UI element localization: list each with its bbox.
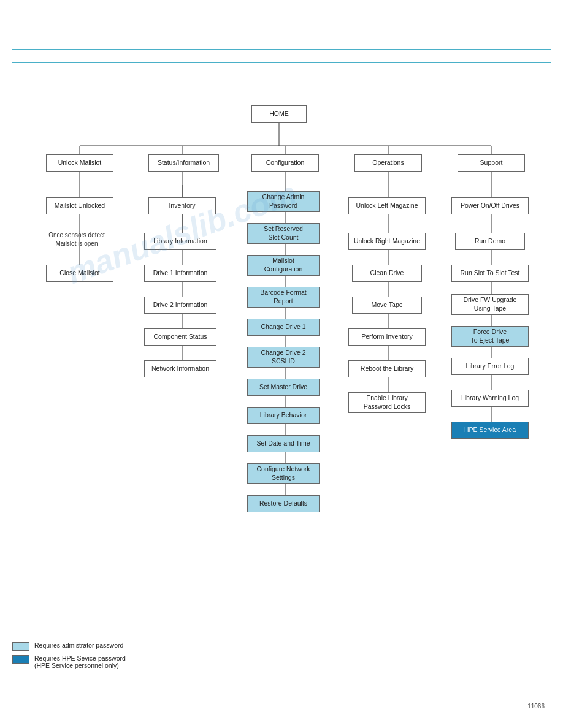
node-library-behavior: Library Behavior bbox=[247, 407, 320, 424]
page-container: manualslib.com bbox=[0, 0, 563, 728]
node-network-information: Network Information bbox=[144, 360, 216, 377]
node-run-slot-to-slot-test: Run Slot To Slot Test bbox=[451, 265, 529, 282]
node-clean-drive: Clean Drive bbox=[352, 265, 422, 282]
node-drive2-information: Drive 2 Information bbox=[144, 297, 216, 314]
top-decorative-line bbox=[12, 49, 551, 50]
node-status-info: Status/Information bbox=[148, 154, 219, 172]
node-power-on-off-drives: Power On/Off Drives bbox=[451, 197, 529, 214]
legend-service: Requires HPE Sevice password (HPE Servic… bbox=[12, 654, 126, 669]
node-move-tape: Move Tape bbox=[352, 297, 422, 314]
node-unlock-mailslot: Unlock Mailslot bbox=[46, 154, 113, 172]
page-number: 11066 bbox=[527, 703, 545, 710]
node-unlock-left-magazine: Unlock Left Magazine bbox=[348, 197, 426, 214]
node-component-status: Component Status bbox=[144, 328, 216, 346]
legend-box-admin bbox=[12, 642, 29, 651]
node-mailslot-unlocked: Mailslot Unlocked bbox=[46, 197, 113, 214]
node-set-date-time: Set Date and Time bbox=[247, 435, 320, 452]
node-perform-inventory: Perform Inventory bbox=[348, 328, 426, 346]
legend-box-service bbox=[12, 655, 29, 664]
node-drive-fw-upgrade: Drive FW Upgrade Using Tape bbox=[451, 294, 529, 315]
node-restore-defaults: Restore Defaults bbox=[247, 495, 320, 512]
node-sensors-note: Once sensors detect Mailslot is open bbox=[36, 231, 118, 248]
sub-decorative-line bbox=[12, 58, 233, 58]
node-change-drive2-scsi: Change Drive 2 SCSI ID bbox=[247, 347, 320, 368]
node-configuration: Configuration bbox=[251, 154, 319, 172]
legend: Requires admistrator password Requires H… bbox=[12, 642, 126, 673]
node-reboot-library: Reboot the Library bbox=[348, 360, 426, 377]
node-barcode-format-report: Barcode Format Report bbox=[247, 287, 320, 308]
node-library-information: Library Information bbox=[144, 233, 216, 250]
node-drive1-information: Drive 1 Information bbox=[144, 265, 216, 282]
node-set-reserved-slot-count: Set Reserved Slot Count bbox=[247, 223, 320, 244]
node-change-admin-password: Change Admin Password bbox=[247, 191, 320, 212]
node-set-master-drive: Set Master Drive bbox=[247, 379, 320, 396]
node-unlock-right-magazine: Unlock Right Magazine bbox=[348, 233, 426, 250]
tree-diagram: HOME Unlock Mailslot Status/Information … bbox=[12, 87, 552, 534]
node-inventory: Inventory bbox=[148, 197, 216, 214]
node-library-warning-log: Library Warning Log bbox=[451, 390, 529, 407]
sub-decorative-line2 bbox=[12, 62, 551, 63]
node-library-error-log: Library Error Log bbox=[451, 358, 529, 375]
node-run-demo: Run Demo bbox=[455, 233, 525, 250]
node-force-drive-eject-tape: Force Drive To Eject Tape bbox=[451, 326, 529, 347]
node-home: HOME bbox=[251, 105, 307, 123]
node-operations: Operations bbox=[354, 154, 422, 172]
node-enable-library-password: Enable Library Password Locks bbox=[348, 392, 426, 413]
node-change-drive1: Change Drive 1 bbox=[247, 319, 320, 336]
node-hpe-service-area: HPE Service Area bbox=[451, 422, 529, 439]
legend-admin: Requires admistrator password bbox=[12, 642, 126, 651]
legend-admin-label: Requires admistrator password bbox=[34, 642, 123, 649]
legend-service-label: Requires HPE Sevice password (HPE Servic… bbox=[34, 654, 126, 669]
node-mailslot-configuration: Mailslot Configuration bbox=[247, 255, 320, 276]
node-close-mailslot: Close Mailslot bbox=[46, 265, 113, 282]
node-support: Support bbox=[458, 154, 525, 172]
node-configure-network: Configure Network Settings bbox=[247, 463, 320, 484]
